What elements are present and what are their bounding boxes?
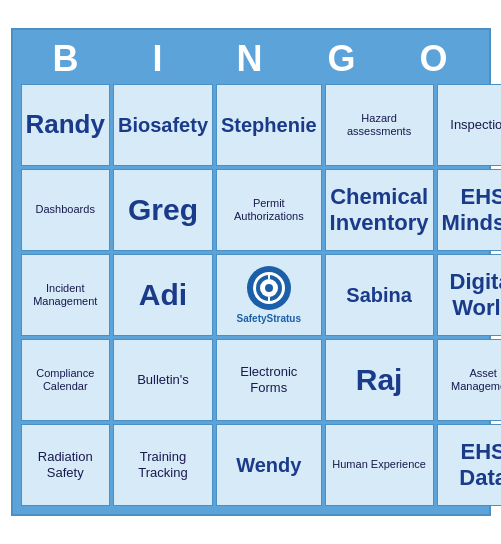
safety-stratus-logo xyxy=(255,274,283,302)
cell-bulletins: Bulletin's xyxy=(113,339,213,421)
cell-raj: Raj xyxy=(325,339,434,421)
cell-hazard: Hazard assessments xyxy=(325,84,434,166)
cell-chemical: Chemical Inventory xyxy=(325,169,434,251)
bingo-card: B I N G O Randy Biosafety Stephenie Haza… xyxy=(11,28,491,516)
cell-incident: Incident Management xyxy=(21,254,110,336)
cell-greg: Greg xyxy=(113,169,213,251)
cell-stephenie: Stephenie xyxy=(216,84,322,166)
bingo-grid: Randy Biosafety Stephenie Hazard assessm… xyxy=(21,84,481,506)
cell-inspections: Inspections xyxy=(437,84,501,166)
bingo-header: B I N G O xyxy=(21,38,481,80)
svg-point-2 xyxy=(265,284,273,292)
cell-radiation-safety: Radiation Safety xyxy=(21,424,110,506)
cell-logo: SafetyStratus xyxy=(216,254,322,336)
cell-digital-world: Digital World xyxy=(437,254,501,336)
header-o: O xyxy=(391,38,479,80)
cell-randy: Randy xyxy=(21,84,110,166)
cell-adi: Adi xyxy=(113,254,213,336)
cell-ehs-mindset: EHS Mindset xyxy=(437,169,501,251)
cell-wendy: Wendy xyxy=(216,424,322,506)
header-n: N xyxy=(207,38,295,80)
header-g: G xyxy=(299,38,387,80)
cell-human-experience: Human Experience xyxy=(325,424,434,506)
cell-ehs-data: EHS Data xyxy=(437,424,501,506)
logo-circle xyxy=(247,266,291,310)
cell-permit: Permit Authorizations xyxy=(216,169,322,251)
header-i: I xyxy=(115,38,203,80)
cell-sabina: Sabina xyxy=(325,254,434,336)
logo-inner xyxy=(253,272,285,304)
cell-biosafety: Biosafety xyxy=(113,84,213,166)
cell-electronic-forms: Electronic Forms xyxy=(216,339,322,421)
cell-asset-management: Asset Management xyxy=(437,339,501,421)
cell-training-tracking: Training Tracking xyxy=(113,424,213,506)
header-b: B xyxy=(23,38,111,80)
cell-dashboards: Dashboards xyxy=(21,169,110,251)
cell-compliance: Compliance Calendar xyxy=(21,339,110,421)
